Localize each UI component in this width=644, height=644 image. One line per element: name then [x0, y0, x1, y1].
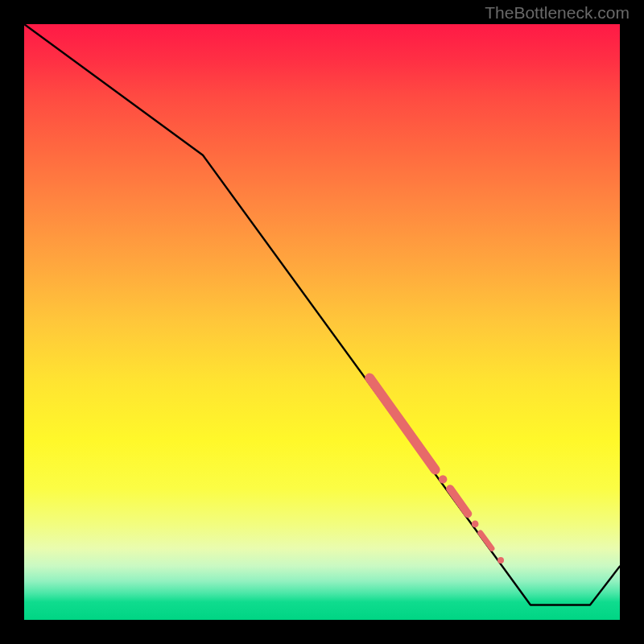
chart-curve	[24, 24, 620, 605]
highlight-segment	[450, 489, 468, 514]
highlight-dot	[439, 475, 447, 483]
highlight-dot	[497, 557, 504, 564]
chart-plot-area	[24, 24, 620, 620]
chart-overlay	[24, 24, 620, 620]
watermark-text: TheBottleneck.com	[485, 3, 630, 23]
highlight-segment	[481, 533, 492, 548]
highlight-dot	[472, 521, 479, 528]
chart-highlights	[369, 378, 504, 564]
highlight-segment	[369, 378, 435, 470]
